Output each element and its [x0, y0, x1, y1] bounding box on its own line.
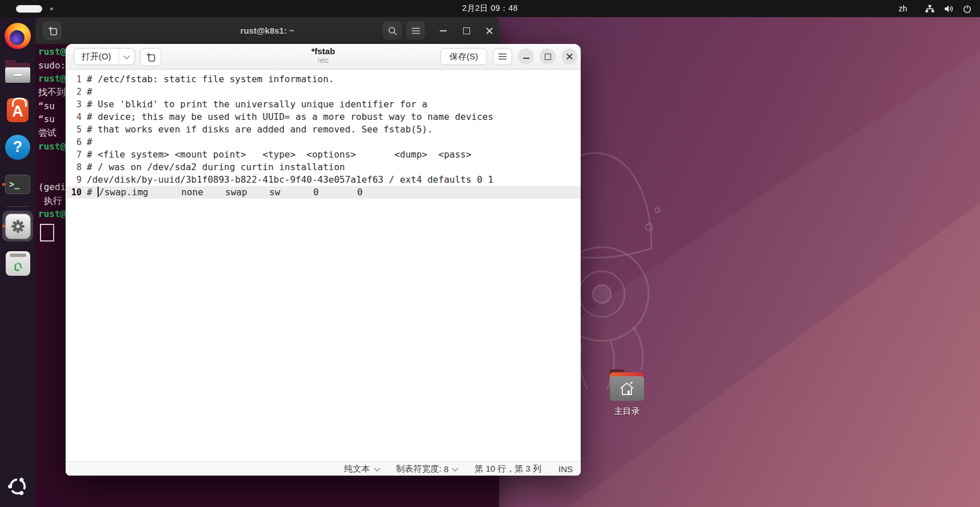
open-split-button[interactable]: 打开(O) [74, 48, 135, 65]
dock: A ? >_ [0, 17, 35, 507]
line-text: # /etc/fstab: static file system informa… [87, 73, 334, 86]
line-number: 5 [66, 123, 87, 136]
dock-item-settings-active[interactable] [0, 209, 35, 243]
terminal-new-tab-button[interactable] [43, 21, 62, 40]
line-text: # device; this may be used with UUID= as… [87, 111, 493, 123]
line-number: 4 [66, 111, 87, 123]
line-number: 10 [66, 186, 87, 199]
help-icon: ? [5, 135, 30, 160]
chevron-down-icon [124, 53, 130, 59]
editor-line[interactable]: 5# that works even if disks are added an… [66, 123, 581, 136]
open-dropdown-button[interactable] [119, 48, 135, 65]
tab-width-value: 8 [444, 464, 448, 474]
editor-line[interactable]: 8# / was on /dev/sda2 during curtin inst… [66, 161, 581, 174]
terminal-close-button[interactable] [483, 24, 496, 38]
ubuntu-software-icon: A [7, 98, 29, 122]
search-icon [387, 26, 398, 36]
gedit-headerbar: 打开(O) *fstab /etc 保存(S) [66, 44, 581, 70]
dock-item-trash[interactable] [0, 243, 35, 283]
settings-gear-icon [10, 219, 26, 234]
editor-line[interactable]: 2# [66, 86, 581, 98]
line-number: 3 [66, 98, 87, 111]
system-status-area[interactable]: zh [898, 0, 972, 17]
line-text: # / was on /dev/sda2 during curtin insta… [87, 161, 345, 174]
editor-line[interactable]: 4# device; this may be used with UUID= a… [66, 111, 581, 123]
line-number: 6 [66, 136, 87, 148]
language-label: 纯文本 [345, 464, 370, 474]
active-app-highlight [2, 211, 33, 242]
gedit-window: 打开(O) *fstab /etc 保存(S) [66, 44, 581, 476]
line-text: # [87, 86, 92, 98]
document-title: *fstab [311, 47, 335, 57]
terminal-titlebar: rust@k8s1: ~ [35, 17, 499, 44]
editor-line[interactable]: 10# /swap.img none swap sw 0 0 [66, 186, 581, 199]
dock-item-firefox[interactable] [0, 17, 35, 54]
terminal-menu-button[interactable] [406, 21, 425, 40]
firefox-icon [5, 23, 31, 49]
dock-item-help[interactable]: ? [0, 128, 35, 166]
save-button[interactable]: 保存(S) [440, 48, 487, 65]
gedit-minimize-button[interactable] [518, 49, 534, 65]
document-title-block: *fstab /etc [311, 47, 335, 65]
activities-indicator[interactable] [16, 0, 53, 17]
input-method-indicator[interactable]: zh [898, 4, 907, 13]
dock-item-show-apps[interactable] [0, 470, 35, 502]
volume-icon [943, 4, 954, 14]
line-text: # Use 'blkid' to print the universally u… [87, 98, 427, 111]
line-text: # /swap.img none swap sw 0 0 [87, 186, 363, 199]
maximize-icon [463, 27, 470, 34]
insert-mode-indicator: INS [558, 464, 573, 474]
editor-line[interactable]: 7# <file system> <mount point> <type> <o… [66, 148, 581, 161]
language-selector[interactable]: 纯文本 [345, 464, 379, 474]
dock-item-ubuntu-software[interactable]: A [0, 91, 35, 128]
editor-line[interactable]: 6# [66, 136, 581, 148]
hamburger-menu-icon [411, 27, 420, 35]
cursor-position-button[interactable]: 第 10 行，第 3 列 [475, 464, 541, 474]
top-bar: 2月2日 09：48 zh [0, 0, 980, 17]
editor-line[interactable]: 1# /etc/fstab: static file system inform… [66, 73, 581, 86]
dock-item-files[interactable] [0, 54, 35, 91]
open-button[interactable]: 打开(O) [74, 48, 119, 65]
minimize-icon [440, 30, 447, 31]
line-number: 2 [66, 86, 87, 98]
new-document-icon [145, 52, 156, 62]
clock-button[interactable]: 2月2日 09：48 [462, 0, 518, 17]
files-icon [5, 63, 30, 83]
dock-item-terminal[interactable]: >_ [0, 166, 35, 203]
house-icon [618, 381, 635, 397]
line-text: # <file system> <mount point> <type> <op… [87, 148, 471, 161]
terminal-block-cursor [40, 224, 54, 242]
dock-separator [6, 206, 29, 207]
editor-text-area[interactable]: 1# /etc/fstab: static file system inform… [66, 70, 581, 461]
gedit-menu-button[interactable] [493, 48, 512, 65]
terminal-maximize-button[interactable] [460, 24, 473, 38]
gedit-maximize-button[interactable] [540, 49, 556, 65]
terminal-title: rust@k8s1: ~ [35, 17, 499, 44]
desktop-home-folder[interactable]: 主目录 [606, 372, 648, 417]
minimize-icon [523, 58, 529, 59]
show-apps-icon [8, 477, 27, 496]
line-text: /dev/disk/by-uuid/3b1f0893-b822-41bc-9f4… [87, 174, 493, 186]
new-document-button[interactable] [140, 48, 161, 66]
editor-line[interactable]: 9/dev/disk/by-uuid/3b1f0893-b822-41bc-9f… [66, 174, 581, 186]
new-tab-icon [47, 26, 58, 36]
gedit-statusbar: 纯文本 制表符宽度: 8 第 10 行，第 3 列 INS [66, 461, 581, 476]
maximize-icon [545, 54, 551, 60]
running-indicator [2, 225, 5, 228]
tab-width-label: 制表符宽度: [396, 464, 442, 474]
line-number: 1 [66, 73, 87, 86]
gedit-close-button[interactable] [561, 49, 577, 65]
close-icon [566, 53, 573, 61]
cursor-position-label: 第 10 行，第 3 列 [475, 464, 541, 474]
terminal-search-button[interactable] [383, 21, 402, 40]
network-icon [925, 4, 935, 14]
workspace-pill-icon [16, 5, 42, 13]
chevron-down-icon [452, 465, 459, 471]
document-path: /etc [311, 57, 335, 65]
tab-width-selector[interactable]: 制表符宽度: 8 [396, 464, 458, 474]
desktop-screen: 主目录 rust@k8s1: ~ [0, 0, 980, 507]
editor-line[interactable]: 3# Use 'blkid' to print the universally … [66, 98, 581, 111]
line-number: 8 [66, 161, 87, 174]
terminal-minimize-button[interactable] [436, 24, 450, 38]
chevron-down-icon [374, 465, 380, 471]
